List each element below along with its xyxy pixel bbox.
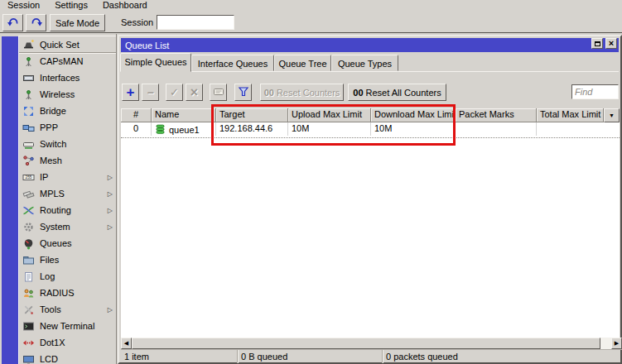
safe-mode-button[interactable]: Safe Mode xyxy=(50,14,105,31)
quick-set-icon xyxy=(22,38,35,50)
sidebar-item-label: Tools xyxy=(40,304,61,314)
sidebar-item-system[interactable]: System ▷ xyxy=(19,218,116,235)
row-packet-marks-cell xyxy=(456,122,537,136)
sidebar-item-label: New Terminal xyxy=(40,321,94,331)
sidebar-item-switch[interactable]: Switch xyxy=(19,136,116,152)
sidebar-item-label: Dot1X xyxy=(40,338,65,347)
tab-interface-queues[interactable]: Interface Queues xyxy=(191,55,274,71)
status-bar: 1 item 0 B queued 0 packets queued xyxy=(121,349,622,362)
column-header-total-max-limit[interactable]: Total Max Limit xyxy=(537,108,604,122)
row-number-cell: 0 xyxy=(121,122,152,136)
routing-icon xyxy=(22,204,35,217)
reset-all-counters-button[interactable]: 00 Reset All Counters xyxy=(348,84,446,101)
sidebar-item-dot1x[interactable]: Dot1X xyxy=(19,334,116,351)
sidebar-item-bridge[interactable]: Bridge xyxy=(19,103,116,119)
scroll-left-button[interactable]: ◀ xyxy=(121,338,132,349)
reset-all-counters-badge: 00 xyxy=(353,88,363,98)
column-header-number[interactable]: # xyxy=(121,108,152,122)
redo-button[interactable] xyxy=(26,14,46,31)
scroll-right-icon: ▶ xyxy=(615,340,619,347)
reset-counters-button[interactable]: 00 Reset Counters xyxy=(260,84,344,101)
remove-icon: − xyxy=(147,86,153,99)
sidebar-item-mesh[interactable]: Mesh xyxy=(19,152,116,169)
files-icon xyxy=(22,254,35,266)
column-select-dropdown-button[interactable]: ▼ xyxy=(604,108,620,122)
remove-button[interactable]: − xyxy=(142,84,159,101)
disable-icon: × xyxy=(190,87,198,98)
sidebar-item-label: MPLS xyxy=(40,189,65,199)
sidebar-item-routing[interactable]: Routing ▷ xyxy=(19,202,116,218)
ppp-icon xyxy=(22,122,35,134)
maximize-icon xyxy=(595,41,600,46)
tab-queue-tree[interactable]: Queue Tree xyxy=(274,55,331,71)
submenu-arrow-icon: ▷ xyxy=(108,223,113,231)
sidebar-item-capsman[interactable]: CAPsMAN xyxy=(19,53,116,69)
enable-button[interactable]: ✓ xyxy=(166,84,183,101)
sidebar-item-label: IP xyxy=(40,172,48,182)
log-icon xyxy=(22,271,35,283)
session-input[interactable] xyxy=(157,15,234,30)
sidebar-item-ppp[interactable]: PPP xyxy=(19,119,116,136)
redo-icon xyxy=(30,16,43,31)
sidebar-item-mpls[interactable]: MPLS ▷ xyxy=(19,185,116,202)
menu-bar: Session Settings Dashboard xyxy=(0,0,622,12)
sidebar-item-label: System xyxy=(40,222,70,232)
find-input[interactable] xyxy=(571,84,619,99)
comment-button[interactable] xyxy=(210,84,227,101)
tab-queue-types[interactable]: Queue Types xyxy=(331,55,398,71)
add-icon: + xyxy=(127,86,135,98)
reset-counters-badge: 00 xyxy=(264,88,274,98)
sidebar-item-radius[interactable]: RADIUS xyxy=(19,285,116,301)
maximize-button[interactable] xyxy=(591,38,603,49)
status-bytes-queued: 0 B queued xyxy=(238,350,383,363)
add-button[interactable]: + xyxy=(122,84,139,101)
tools-icon xyxy=(22,304,35,316)
annotation-rect xyxy=(211,104,456,146)
sidebar-item-tools[interactable]: Tools ▷ xyxy=(19,301,116,318)
scroll-left-icon: ◀ xyxy=(124,340,128,347)
close-icon: × xyxy=(609,39,614,48)
menu-item-dashboard[interactable]: Dashboard xyxy=(95,0,155,12)
system-icon xyxy=(22,221,35,233)
column-header-name[interactable]: Name xyxy=(152,108,216,122)
column-header-packet-marks[interactable]: Packet Marks xyxy=(456,108,537,122)
lcd-icon xyxy=(22,353,35,364)
scroll-thumb[interactable] xyxy=(132,338,600,349)
bridge-icon xyxy=(22,105,35,117)
dot1x-icon xyxy=(22,337,35,349)
mpls-icon xyxy=(22,188,35,200)
sidebar-item-files[interactable]: Files xyxy=(19,251,116,268)
sidebar-item-label: CAPsMAN xyxy=(40,56,84,66)
window-titlebar[interactable]: Queue List xyxy=(121,38,619,52)
reset-all-counters-label: Reset All Counters xyxy=(366,88,441,98)
sidebar-item-lcd[interactable]: LCD xyxy=(19,351,116,364)
comment-icon xyxy=(212,85,225,100)
menu-item-session[interactable]: Session xyxy=(0,0,47,12)
window-title: Queue List xyxy=(125,41,169,50)
scroll-right-button[interactable]: ▶ xyxy=(611,338,622,349)
winbox-screen: Session Settings Dashboard Safe Mode Ses… xyxy=(0,0,622,364)
close-button[interactable]: × xyxy=(605,38,617,49)
queues-icon xyxy=(22,237,35,250)
sidebar-item-wireless[interactable]: Wireless xyxy=(19,86,116,103)
sidebar-item-label: RADIUS xyxy=(40,288,75,298)
undo-icon xyxy=(7,16,20,31)
tab-simple-queues[interactable]: Simple Queues xyxy=(120,53,191,72)
radius-icon xyxy=(22,287,35,299)
sidebar-item-interfaces[interactable]: Interfaces xyxy=(19,69,116,86)
top-toolbar: Safe Mode Session xyxy=(0,12,622,33)
sidebar-item-label: Mesh xyxy=(40,156,62,165)
sidebar-item-new-terminal[interactable]: New Terminal xyxy=(19,318,116,334)
ip-icon: 255 xyxy=(22,171,35,184)
sidebar-item-ip[interactable]: 255 IP ▷ xyxy=(19,169,116,185)
sidebar-item-label: Quick Set xyxy=(40,40,80,50)
undo-button[interactable] xyxy=(2,14,23,31)
sidebar-item-quick-set[interactable]: Quick Set xyxy=(19,36,116,53)
sidebar-item-queues[interactable]: Queues xyxy=(19,235,116,251)
horizontal-scrollbar[interactable]: ◀ ▶ xyxy=(121,338,622,349)
disable-button[interactable]: × xyxy=(186,84,203,101)
menu-item-settings[interactable]: Settings xyxy=(47,0,95,12)
filter-button[interactable] xyxy=(234,84,252,101)
submenu-arrow-icon: ▷ xyxy=(108,306,113,314)
sidebar-item-log[interactable]: Log xyxy=(19,268,116,285)
